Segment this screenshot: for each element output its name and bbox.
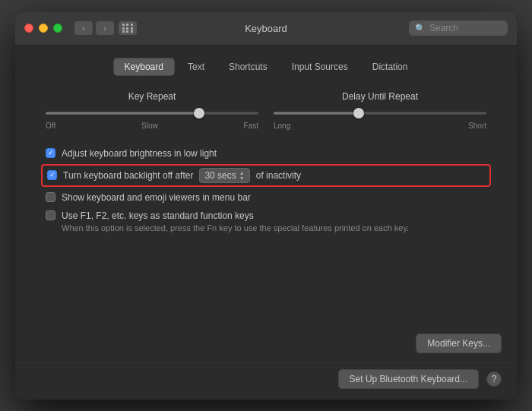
tab-dictation[interactable]: Dictation [361,58,420,76]
fn-keys-option-container: Use F1, F2, etc. keys as standard functi… [46,210,486,234]
backlight-highlighted-row: Turn keyboard backlight off after 30 sec… [41,164,491,187]
key-repeat-labels: Off Slow Fast [46,122,258,130]
backlight-dropdown-value: 30 secs [204,170,236,181]
titlebar: ‹ › Keyboard 🔍 Search [15,12,517,46]
delay-short: Short [468,122,486,130]
delay-repeat-thumb[interactable] [353,108,364,119]
key-repeat-slow: Slow [141,122,158,130]
delay-repeat-track [274,112,486,114]
grid-icon [122,24,134,33]
keyboard-panel: Key Repeat Off Slow Fast Del [15,91,517,324]
key-repeat-group: Key Repeat Off Slow Fast [46,91,258,130]
tab-keyboard[interactable]: Keyboard [113,58,175,76]
forward-button[interactable]: › [96,21,114,35]
search-icon: 🔍 [415,24,426,33]
fn-keys-label: Use F1, F2, etc. keys as standard functi… [62,210,254,221]
key-repeat-label: Key Repeat [128,91,176,102]
tab-input-sources[interactable]: Input Sources [280,58,359,76]
setup-bluetooth-button[interactable]: Set Up Bluetooth Keyboard... [338,369,479,389]
backlight-label: Turn keyboard backlight off after [63,170,193,181]
emoji-checkbox[interactable] [46,192,55,202]
window-title: Keyboard [245,23,287,34]
emoji-label: Show keyboard and emoji viewers in menu … [62,192,251,203]
content: Keyboard Text Shortcuts Input Sources Di… [15,46,517,400]
delay-repeat-label: Delay Until Repeat [342,91,418,102]
brightness-label: Adjust keyboard brightness in low light [62,148,217,159]
fn-keys-checkbox[interactable] [46,210,55,220]
traffic-lights [24,24,62,33]
backlight-suffix: of inactivity [256,170,301,181]
backlight-option-container: Turn keyboard backlight off after 30 sec… [46,166,486,185]
options-list: Adjust keyboard brightness in low light … [46,148,486,234]
tab-text[interactable]: Text [176,58,216,76]
footer: Set Up Bluetooth Keyboard... ? [15,362,517,400]
search-placeholder: Search [429,23,458,33]
delay-repeat-labels: Long Short [274,122,486,130]
grid-button[interactable] [119,21,137,35]
delay-repeat-group: Delay Until Repeat Long Short [274,91,486,130]
key-repeat-thumb[interactable] [194,108,204,119]
keyboard-window: ‹ › Keyboard 🔍 Search Keyboard Text Shor… [15,12,517,400]
modifier-keys-row: Modifier Keys... [15,324,517,362]
key-repeat-off: Off [46,122,55,130]
fn-keys-subtext: When this option is selected, press the … [62,223,486,234]
nav-buttons: ‹ › [74,21,114,35]
delay-long: Long [274,122,290,130]
delay-repeat-fill [274,112,359,114]
back-button[interactable]: ‹ [74,21,93,35]
close-button[interactable] [24,24,33,33]
brightness-checkbox[interactable] [46,148,55,158]
tab-bar: Keyboard Text Shortcuts Input Sources Di… [15,58,517,76]
key-repeat-track [46,112,258,114]
key-repeat-fast: Fast [244,122,258,130]
emoji-option-row: Show keyboard and emoji viewers in menu … [46,192,486,203]
minimize-button[interactable] [39,24,48,33]
brightness-option-row: Adjust keyboard brightness in low light [46,148,486,159]
key-repeat-fill [46,112,199,114]
backlight-checkbox[interactable] [47,170,57,180]
modifier-keys-button[interactable]: Modifier Keys... [416,334,502,353]
tab-shortcuts[interactable]: Shortcuts [217,58,279,76]
chevron-updown-icon: ▲ ▼ [239,170,245,181]
key-repeat-slider[interactable] [46,108,258,119]
backlight-dropdown[interactable]: 30 secs ▲ ▼ [199,168,249,183]
fn-keys-option-row: Use F1, F2, etc. keys as standard functi… [46,210,486,221]
maximize-button[interactable] [53,24,62,33]
search-box[interactable]: 🔍 Search [409,21,508,36]
sliders-row: Key Repeat Off Slow Fast Del [46,91,486,130]
delay-repeat-slider[interactable] [274,108,486,119]
help-button[interactable]: ? [486,371,502,387]
